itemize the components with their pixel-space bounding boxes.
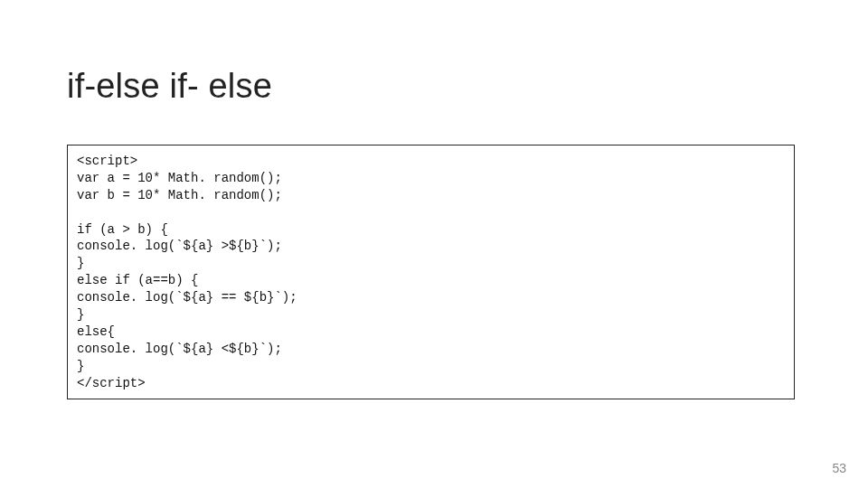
slide: if-else if- else <script> var a = 10* Ma…	[0, 0, 868, 488]
page-number: 53	[832, 461, 846, 475]
slide-title: if-else if- else	[67, 67, 272, 106]
code-block: <script> var a = 10* Math. random(); var…	[67, 145, 795, 399]
